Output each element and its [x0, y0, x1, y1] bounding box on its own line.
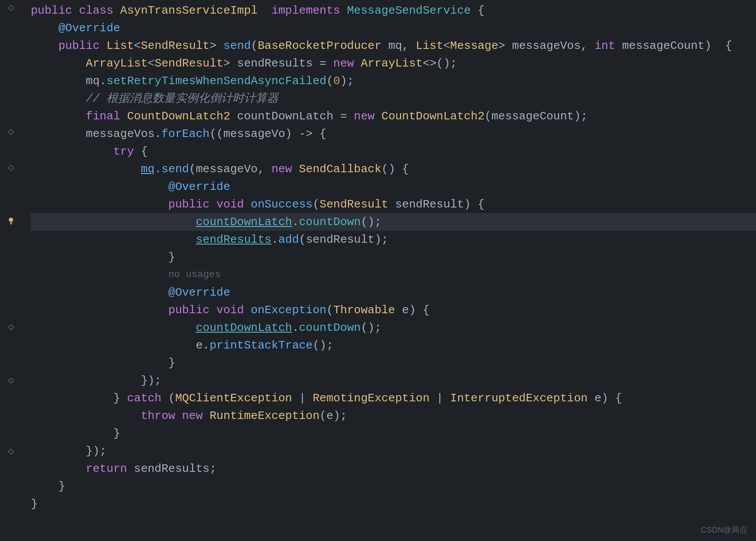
- gutter-icon-8: [6, 126, 16, 138]
- gutter-icon-16: [6, 268, 16, 280]
- code-line-9: try {: [31, 143, 756, 160]
- code-line-27: return sendResults;: [31, 460, 756, 478]
- gutter-icon-6: [6, 90, 16, 103]
- code-line-20: e.printStackTrace();: [31, 337, 756, 354]
- gutter-icon-26: [6, 445, 16, 458]
- code-line-10: mq.send(messageVo, new SendCallback() {: [31, 160, 756, 178]
- code-line-2: @Override: [31, 19, 756, 37]
- code-line-23: } catch (MQClientException | RemotingExc…: [31, 389, 756, 407]
- gutter: [0, 0, 22, 541]
- code-line-13: countDownLatch.countDown();: [31, 213, 756, 231]
- editor-container: public class AsynTransServiceImpl implem…: [0, 0, 756, 541]
- code-line-29: }: [31, 495, 756, 513]
- gutter-icon-27: [6, 463, 16, 476]
- code-line-22: });: [31, 372, 756, 389]
- gutter-icon-21: [6, 357, 16, 369]
- svg-marker-6: [8, 325, 14, 330]
- svg-marker-2: [8, 165, 14, 170]
- code-line-7: final CountDownLatch2 countDownLatch = n…: [31, 107, 756, 125]
- gutter-icon-2: [6, 19, 16, 32]
- code-line-8: messageVos.forEach((messageVo) -> {: [31, 125, 756, 143]
- gutter-icon-14: [6, 233, 16, 245]
- svg-marker-7: [8, 378, 14, 383]
- code-line-12: public void onSuccess(SendResult sendRes…: [31, 196, 756, 213]
- gutter-icon-23: [6, 393, 16, 405]
- svg-point-3: [9, 218, 13, 222]
- gutter-icon-11: [6, 179, 16, 192]
- gutter-icon-15: [6, 250, 16, 263]
- svg-rect-5: [10, 223, 12, 224]
- gutter-icon-20: [6, 339, 16, 352]
- gutter-icon-7: [6, 108, 16, 121]
- code-line-4: ArrayList<SendResult> sendResults = new …: [31, 55, 756, 72]
- gutter-bulb-icon[interactable]: [6, 215, 16, 227]
- gutter-icon-25: [6, 428, 16, 440]
- gutter-icon-28: [6, 481, 16, 493]
- code-line-24: throw new RuntimeException(e);: [31, 407, 756, 425]
- gutter-icon-4: [6, 55, 16, 67]
- gutter-icon-1: [6, 2, 16, 14]
- gutter-icon-3: [6, 37, 16, 50]
- code-line-19: countDownLatch.countDown();: [31, 319, 756, 337]
- svg-rect-4: [10, 222, 12, 223]
- code-line-15: }: [31, 248, 756, 266]
- code-line-6: // 根据消息数量实例化倒计时计算器: [31, 90, 756, 107]
- gutter-icon-18: [6, 304, 16, 316]
- watermark: CSDN@局点: [701, 524, 747, 537]
- gutter-icon-22: [6, 374, 16, 387]
- code-line-5: mq.setRetryTimesWhenSendAsyncFailed(0);: [31, 72, 756, 90]
- code-line-26: });: [31, 442, 756, 460]
- gutter-icon-17: [6, 286, 16, 298]
- code-line-18: public void onException(Throwable e) {: [31, 301, 756, 319]
- gutter-icon-12: [6, 197, 16, 209]
- gutter-icon-29: [6, 499, 16, 511]
- svg-marker-8: [8, 449, 14, 454]
- code-line-28: }: [31, 478, 756, 495]
- code-line-3: public List<SendResult> send(BaseRocketP…: [31, 37, 756, 55]
- gutter-icon-5: [6, 73, 16, 85]
- gutter-icon-24: [6, 410, 16, 422]
- code-line-17: @Override: [31, 284, 756, 301]
- code-line-11: @Override: [31, 178, 756, 196]
- svg-marker-1: [8, 130, 14, 135]
- code-line-16: no usages: [31, 266, 756, 284]
- code-line-14: sendResults.add(sendResult);: [31, 231, 756, 248]
- gutter-icon-10: [6, 162, 16, 174]
- svg-marker-0: [8, 5, 14, 11]
- code-line-25: }: [31, 425, 756, 442]
- code-line-1: public class AsynTransServiceImpl implem…: [31, 2, 756, 19]
- code-line-21: }: [31, 354, 756, 372]
- gutter-icon-19: [6, 321, 16, 333]
- code-area: public class AsynTransServiceImpl implem…: [22, 0, 756, 541]
- gutter-icon-9: [6, 144, 16, 156]
